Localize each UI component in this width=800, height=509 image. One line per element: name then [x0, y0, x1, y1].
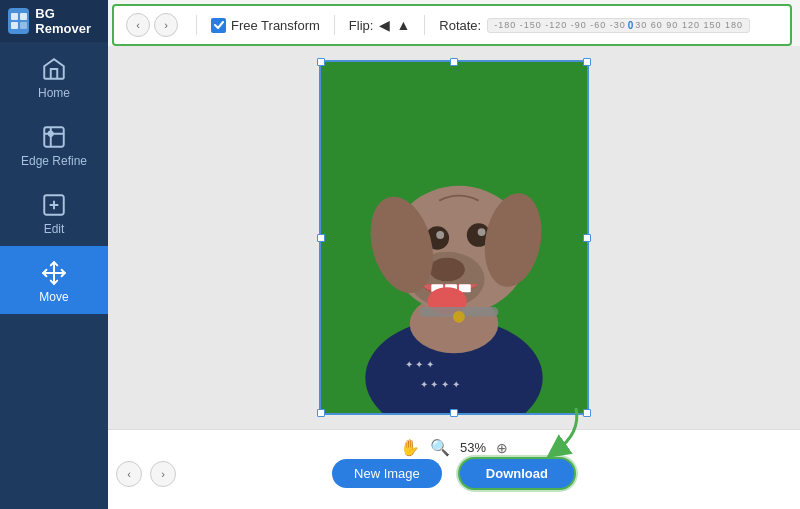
svg-rect-0 — [11, 13, 18, 20]
svg-point-22 — [478, 228, 486, 236]
canvas-area: ✦ ✦ ✦ ✦ ✦ ✦ ✦ — [108, 46, 800, 429]
dog-image: ✦ ✦ ✦ ✦ ✦ ✦ ✦ — [321, 62, 587, 413]
sidebar-item-home[interactable]: Home — [0, 42, 108, 110]
main-content: ‹ › Free Transform Flip: ◀ ▲ Rotate: -18… — [108, 0, 800, 509]
rotate-section: Rotate: -180 -150 -120 -90 -60 -30 0 30 … — [439, 18, 750, 33]
free-transform-control[interactable]: Free Transform — [211, 18, 320, 33]
zoom-in-icon[interactable]: ⊕ — [496, 440, 508, 456]
home-icon — [41, 56, 67, 82]
back-button[interactable]: ‹ — [126, 13, 150, 37]
sidebar-label-edit: Edit — [44, 222, 65, 236]
page-next-button[interactable]: › — [150, 461, 176, 487]
separator-1 — [196, 15, 197, 35]
edit-icon — [41, 192, 67, 218]
forward-button[interactable]: › — [154, 13, 178, 37]
flip-horizontal-button[interactable]: ◀ — [379, 17, 390, 33]
sidebar-label-edge-refine: Edge Refine — [21, 154, 87, 168]
flip-label: Flip: — [349, 18, 374, 33]
svg-rect-2 — [11, 22, 18, 29]
page-prev-button[interactable]: ‹ — [116, 461, 142, 487]
separator-2 — [334, 15, 335, 35]
svg-rect-1 — [20, 13, 27, 20]
flip-section: Flip: ◀ ▲ — [349, 17, 410, 33]
svg-rect-3 — [20, 22, 27, 29]
nav-buttons: ‹ › — [126, 13, 178, 37]
handle-middle-left[interactable] — [317, 234, 325, 242]
new-image-button[interactable]: New Image — [332, 459, 442, 488]
image-container[interactable]: ✦ ✦ ✦ ✦ ✦ ✦ ✦ — [319, 60, 589, 415]
rotate-values: -180 -150 -120 -90 -60 -30 — [494, 20, 626, 30]
rotate-ruler[interactable]: -180 -150 -120 -90 -60 -30 0 30 60 90 12… — [487, 18, 750, 33]
handle-bottom-middle[interactable] — [450, 409, 458, 417]
handle-top-middle[interactable] — [450, 58, 458, 66]
sidebar-label-move: Move — [39, 290, 68, 304]
app-logo — [8, 8, 29, 34]
svg-text:✦ ✦ ✦ ✦: ✦ ✦ ✦ ✦ — [420, 379, 460, 390]
handle-top-left[interactable] — [317, 58, 325, 66]
rotate-zero: 0 — [628, 20, 634, 31]
svg-point-21 — [436, 231, 444, 239]
handle-top-right[interactable] — [583, 58, 591, 66]
edge-refine-icon — [41, 124, 67, 150]
svg-text:✦ ✦ ✦: ✦ ✦ ✦ — [405, 359, 434, 370]
free-transform-checkbox[interactable] — [211, 18, 226, 33]
svg-point-14 — [429, 258, 464, 282]
handle-bottom-right[interactable] — [583, 409, 591, 417]
sidebar-item-move[interactable]: Move — [0, 246, 108, 314]
dog-svg: ✦ ✦ ✦ ✦ ✦ ✦ ✦ — [321, 62, 587, 413]
sidebar-item-edge-refine[interactable]: Edge Refine — [0, 110, 108, 178]
bottom-bar: ✋ 🔍 53% ⊕ ‹ › New Image Download — [108, 429, 800, 509]
sidebar-label-home: Home — [38, 86, 70, 100]
flip-vertical-button[interactable]: ▲ — [396, 17, 410, 33]
hand-tool-icon[interactable]: ✋ — [400, 438, 420, 457]
separator-3 — [424, 15, 425, 35]
svg-rect-4 — [44, 127, 64, 147]
sidebar-item-edit[interactable]: Edit — [0, 178, 108, 246]
sidebar-header: BG Remover — [0, 0, 108, 42]
sidebar: BG Remover Home Edge Refine Edit Move — [0, 0, 108, 509]
rotate-pos-values: 30 60 90 120 150 180 — [635, 20, 743, 30]
rotate-label: Rotate: — [439, 18, 481, 33]
svg-point-26 — [453, 311, 465, 323]
toolbar: ‹ › Free Transform Flip: ◀ ▲ Rotate: -18… — [112, 4, 792, 46]
zoom-percent: 53% — [460, 440, 486, 455]
move-icon — [41, 260, 67, 286]
app-title: BG Remover — [35, 6, 100, 36]
free-transform-label: Free Transform — [231, 18, 320, 33]
svg-point-5 — [49, 132, 53, 136]
zoom-out-icon[interactable]: 🔍 — [430, 438, 450, 457]
svg-rect-17 — [459, 284, 471, 292]
download-button[interactable]: Download — [458, 457, 576, 490]
handle-bottom-left[interactable] — [317, 409, 325, 417]
handle-middle-right[interactable] — [583, 234, 591, 242]
